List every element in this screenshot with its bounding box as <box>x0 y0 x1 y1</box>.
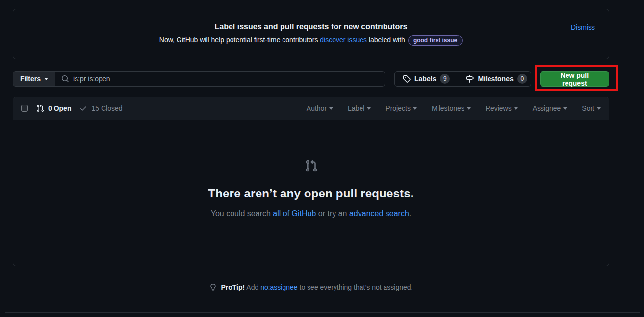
banner-subtitle-text: Now, GitHub will help potential first-ti… <box>159 36 320 44</box>
protip-section: ProTip! Add no:assignee to see everythin… <box>13 283 609 293</box>
new-pull-request-button[interactable]: New pull request <box>540 71 609 87</box>
good-first-issue-badge[interactable]: good first issue <box>408 35 463 46</box>
chevron-down-icon <box>44 78 48 80</box>
git-pull-request-icon-large <box>305 159 318 172</box>
assignee-filter-dropdown[interactable]: Assignee <box>533 104 567 112</box>
sort-label: Sort <box>582 104 594 112</box>
check-icon <box>79 104 87 112</box>
milestones-count-badge: 0 <box>517 74 527 84</box>
search-input[interactable] <box>73 75 379 83</box>
tag-icon <box>403 75 411 83</box>
milestone-icon <box>466 75 474 83</box>
projects-filter-dropdown[interactable]: Projects <box>386 104 417 112</box>
dismiss-link[interactable]: Dismiss <box>571 24 595 31</box>
footer-divider <box>5 312 640 313</box>
filters-label: Filters <box>20 75 41 83</box>
milestones-filter-label: Milestones <box>432 104 464 112</box>
empty-subtext-prefix: You could search <box>211 209 273 218</box>
author-filter-label: Author <box>307 104 327 112</box>
assignee-filter-label: Assignee <box>533 104 561 112</box>
labels-button[interactable]: Labels 9 <box>395 72 458 86</box>
advanced-search-link[interactable]: advanced search <box>349 209 409 218</box>
chevron-down-icon <box>597 107 601 110</box>
list-header: 0 Open 15 Closed Author Label Projects M… <box>13 97 609 120</box>
protip-text-prefix: Add <box>245 283 260 291</box>
closed-tab[interactable]: 15 Closed <box>79 104 122 112</box>
reviews-filter-label: Reviews <box>486 104 512 112</box>
milestones-button[interactable]: Milestones 0 <box>458 72 531 86</box>
label-filter-label: Label <box>348 104 364 112</box>
banner-subtitle-text2: labeled with <box>367 36 405 44</box>
chevron-down-icon <box>514 107 518 110</box>
discover-issues-link[interactable]: discover issues <box>320 36 367 44</box>
chevron-down-icon <box>329 107 333 110</box>
chevron-down-icon <box>563 107 567 110</box>
empty-subtext-suffix: . <box>409 209 411 218</box>
empty-subtext-mid: or try an <box>316 209 349 218</box>
new-contributor-banner: Label issues and pull requests for new c… <box>13 9 609 59</box>
banner-subtitle: Now, GitHub will help potential first-ti… <box>13 35 609 46</box>
issue-search-box[interactable] <box>55 71 385 87</box>
labels-count-badge: 9 <box>440 74 450 84</box>
search-icon <box>61 75 69 83</box>
chevron-down-icon <box>467 107 471 110</box>
protip-text-suffix: to see everything that’s not assigned. <box>298 283 413 291</box>
label-filter-dropdown[interactable]: Label <box>348 104 371 112</box>
filters-dropdown-button[interactable]: Filters <box>13 71 55 87</box>
select-all-checkbox[interactable] <box>21 105 28 112</box>
labels-label: Labels <box>414 75 436 83</box>
chevron-down-icon <box>413 107 417 110</box>
header-filter-dropdowns: Author Label Projects Milestones Reviews… <box>307 104 601 112</box>
labels-milestones-group: Labels 9 Milestones 0 <box>394 71 531 87</box>
milestones-filter-dropdown[interactable]: Milestones <box>432 104 471 112</box>
projects-filter-label: Projects <box>386 104 411 112</box>
search-group: Filters <box>13 71 385 87</box>
author-filter-dropdown[interactable]: Author <box>307 104 333 112</box>
banner-title: Label issues and pull requests for new c… <box>13 23 609 31</box>
git-pull-request-icon <box>36 104 44 112</box>
protip-label: ProTip! <box>221 283 245 291</box>
empty-state-subtext: You could search all of GitHub or try an… <box>13 209 609 218</box>
closed-count-label: 15 Closed <box>91 104 122 112</box>
empty-state-heading: There aren’t any open pull requests. <box>13 187 609 200</box>
chevron-down-icon <box>367 107 371 110</box>
filter-bar: Filters Labels 9 Milestones 0 New pull r <box>13 71 609 87</box>
empty-state: There aren’t any open pull requests. You… <box>13 120 609 218</box>
all-of-github-link[interactable]: all of GitHub <box>273 209 316 218</box>
no-assignee-link[interactable]: no:assignee <box>260 283 298 291</box>
milestones-label: Milestones <box>478 75 513 83</box>
new-pull-request-wrap: New pull request <box>540 71 609 87</box>
pull-request-list: 0 Open 15 Closed Author Label Projects M… <box>13 97 609 266</box>
open-tab[interactable]: 0 Open <box>36 104 71 112</box>
light-bulb-icon <box>209 285 219 293</box>
open-count-label: 0 Open <box>48 104 71 112</box>
sort-dropdown[interactable]: Sort <box>582 104 601 112</box>
reviews-filter-dropdown[interactable]: Reviews <box>486 104 518 112</box>
